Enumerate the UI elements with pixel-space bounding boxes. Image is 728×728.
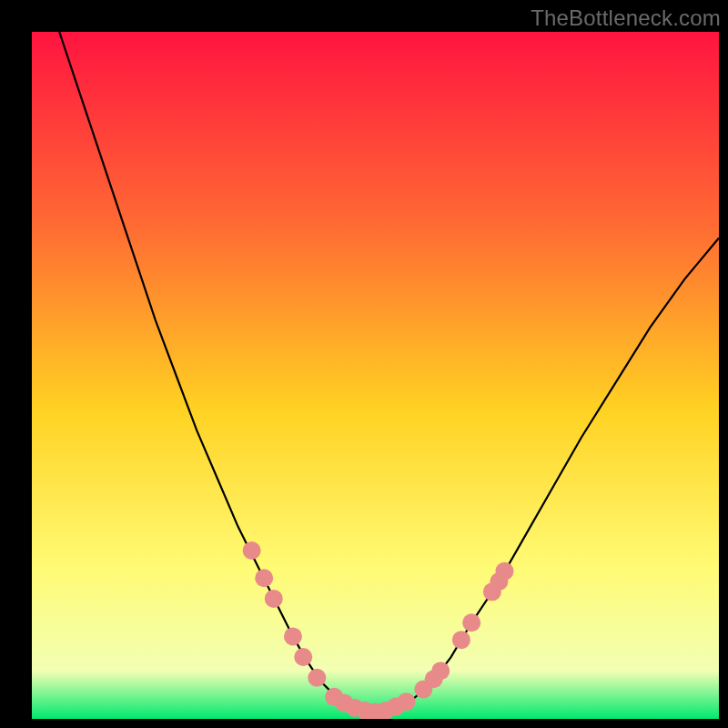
watermark-text: TheBottleneck.com [531, 5, 721, 31]
gradient-background [32, 32, 719, 719]
plot-svg [32, 32, 719, 719]
plot-area [32, 32, 719, 719]
data-marker [243, 541, 261, 560]
data-marker [294, 648, 312, 666]
data-marker [452, 631, 470, 649]
data-marker [284, 627, 302, 645]
data-marker [255, 569, 273, 587]
data-marker [431, 662, 450, 680]
data-marker [495, 562, 513, 581]
data-marker [397, 693, 415, 711]
chart-frame: TheBottleneck.com [0, 0, 728, 728]
data-marker [265, 590, 283, 608]
data-marker [462, 613, 480, 632]
data-marker [308, 669, 326, 687]
